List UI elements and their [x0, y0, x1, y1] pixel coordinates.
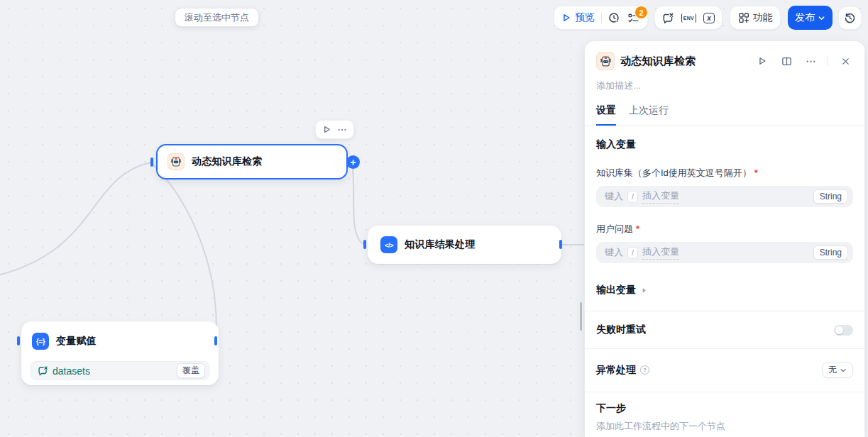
port-assigner-right[interactable]: [214, 336, 217, 345]
conversation-variables-button[interactable]: [659, 9, 678, 27]
run-history-button[interactable]: [605, 9, 624, 27]
chevron-down-icon: [840, 367, 847, 374]
help-icon: ?: [640, 365, 649, 375]
play-icon: [757, 56, 767, 66]
node-title: 知识库结果处理: [405, 238, 475, 251]
panel-tabs: 设置 上次运行: [585, 104, 864, 126]
preview-label: 预览: [575, 11, 595, 24]
variable-inspector-button[interactable]: x: [700, 9, 718, 27]
next-step-section: 下一步 添加此工作流程中的下一个节点 </>: [585, 392, 864, 437]
output-variables-heading: 输出变量: [596, 284, 636, 297]
publish-label: 发布: [795, 11, 815, 24]
edge-offscreen-to-dynamic: [0, 162, 150, 278]
tab-settings[interactable]: 设置: [596, 104, 616, 126]
header-divider: [828, 56, 828, 66]
field-label: 知识库集（多个Id使用英文逗号隔开）*: [596, 167, 853, 179]
robot-icon: [596, 52, 615, 70]
type-badge: String: [813, 245, 848, 260]
version-history-button[interactable]: [838, 6, 862, 30]
play-icon: [561, 13, 571, 23]
node-config-panel: 动态知识库检索 添加描述... 设置 上次运行 输入变量: [584, 40, 865, 437]
error-handling-section: 异常处理 ? 无: [585, 349, 864, 392]
panel-scrollbar[interactable]: [580, 302, 582, 331]
retry-label: 失败时重试: [596, 323, 646, 336]
chat-x-icon: [38, 365, 48, 376]
field-label: 用户问题*: [596, 223, 853, 236]
tab-last-run[interactable]: 上次运行: [629, 104, 669, 126]
robot-icon: [167, 153, 185, 170]
placeholder-insert-variable[interactable]: 插入变量: [642, 245, 679, 260]
caret-right-icon: [641, 287, 647, 294]
field-label-text: 知识库集（多个Id使用英文逗号隔开）: [596, 167, 752, 178]
clock-run-icon: [608, 12, 620, 24]
chevron-down-icon: [818, 14, 825, 22]
node-hover-toolbar: [315, 120, 354, 139]
features-button[interactable]: 功能: [735, 9, 776, 27]
required-asterisk: *: [636, 223, 639, 234]
node-play-icon[interactable]: [322, 125, 331, 134]
error-handling-value: 无: [828, 364, 837, 376]
blocks-plus-icon: [738, 12, 749, 23]
write-mode-badge: 覆盖: [177, 363, 205, 378]
tooltip-text: 滚动至选中节点: [185, 11, 249, 24]
toolbar-group-variables: ENV x: [654, 6, 723, 30]
node-dynamic-knowledge-retrieval[interactable]: 动态知识库检索: [156, 144, 348, 179]
node-more-icon[interactable]: [337, 125, 347, 135]
port-code-right[interactable]: [559, 240, 562, 249]
add-next-node-button[interactable]: +: [346, 155, 360, 169]
error-handling-label: 异常处理: [596, 364, 636, 377]
error-handling-select[interactable]: 无: [822, 362, 853, 378]
tooltip-scroll-to-node: 滚动至选中节点: [175, 9, 258, 26]
close-panel-button[interactable]: [836, 52, 855, 70]
more-icon: [806, 56, 816, 67]
port-code-left[interactable]: [363, 240, 366, 249]
input-variables-section: 输入变量 知识库集（多个Id使用英文逗号隔开）* 键入 / 插入变量 Strin…: [585, 126, 864, 311]
next-step-description: 添加此工作流程中的下一个节点: [596, 420, 853, 433]
env-icon: ENV: [681, 13, 696, 23]
run-node-button[interactable]: [753, 52, 771, 70]
panel-header: 动态知识库检索: [585, 41, 864, 70]
retry-toggle[interactable]: [834, 325, 853, 336]
placeholder-type: 键入: [605, 190, 623, 203]
knowledge-ids-input[interactable]: 键入 / 插入变量 String: [596, 186, 853, 207]
variable-name: datasets: [53, 365, 90, 377]
user-question-input[interactable]: 键入 / 插入变量 String: [596, 242, 853, 263]
preview-button[interactable]: 预览: [558, 9, 598, 27]
x-square-icon: x: [703, 13, 715, 23]
edge-dynamic-to-code: [353, 169, 363, 244]
toggle-knob: [835, 326, 843, 334]
assigned-variable-row[interactable]: datasets 覆盖: [31, 361, 209, 380]
publish-button[interactable]: 发布: [788, 6, 833, 30]
input-variables-heading: 输入变量: [596, 138, 853, 151]
output-variables-toggle[interactable]: 输出变量: [596, 284, 853, 311]
slash-key-icon: /: [627, 191, 638, 203]
code-icon: </>: [380, 236, 397, 253]
placeholder-insert-variable[interactable]: 插入变量: [642, 189, 679, 204]
next-step-heading: 下一步: [596, 402, 853, 415]
port-assigner-left[interactable]: [17, 336, 20, 345]
edge-assign-to-dynamic: [152, 163, 216, 339]
slash-key-icon: /: [627, 247, 638, 259]
split-view-button[interactable]: [777, 52, 796, 70]
toolbar-group-features: 功能: [730, 6, 781, 30]
placeholder-type: 键入: [605, 246, 623, 259]
features-label: 功能: [753, 11, 773, 24]
toolbar-group-run: 预览: [554, 6, 648, 30]
assigner-icon: {=}: [32, 333, 49, 350]
checklist-count-badge: 2: [634, 6, 648, 19]
toolbar-divider: [601, 13, 602, 23]
port-dynamic-left[interactable]: [150, 157, 153, 167]
node-variable-assigner[interactable]: {=} 变量赋值 datasets 覆盖: [21, 321, 219, 385]
type-badge: String: [813, 189, 848, 204]
more-options-button[interactable]: [801, 52, 820, 70]
node-title: 动态知识库检索: [192, 155, 262, 168]
environment-variables-button[interactable]: ENV: [678, 9, 700, 27]
node-title: 变量赋值: [56, 335, 97, 348]
close-icon: [841, 57, 850, 66]
panel-title: 动态知识库检索: [620, 55, 747, 68]
field-label-text: 用户问题: [596, 223, 633, 234]
chat-x-icon: [662, 12, 674, 24]
description-input[interactable]: 添加描述...: [596, 79, 853, 92]
workflow-editor: { "tooltip": { "text": "滚动至选中节点" }, "too…: [0, 0, 868, 437]
node-knowledge-result-processing[interactable]: </> 知识库结果处理: [368, 226, 561, 264]
